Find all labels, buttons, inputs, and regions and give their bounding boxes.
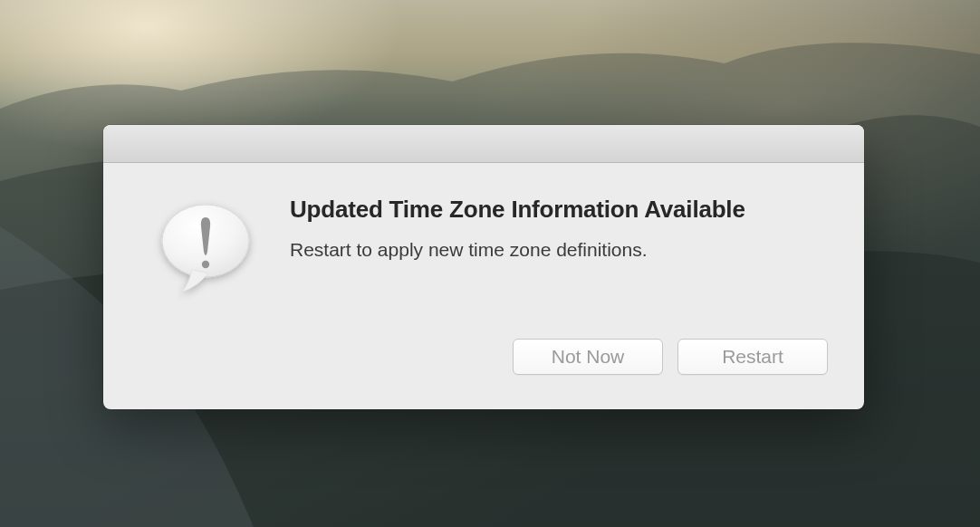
not-now-button[interactable]: Not Now	[513, 339, 663, 375]
dialog-title: Updated Time Zone Information Available	[290, 196, 830, 224]
svg-point-1	[202, 261, 209, 268]
dialog-button-row: Not Now Restart	[513, 339, 828, 375]
dialog-message: Restart to apply new time zone definitio…	[290, 236, 830, 263]
alert-dialog: Updated Time Zone Information Available …	[103, 125, 864, 409]
dialog-icon-column	[138, 188, 274, 388]
alert-icon	[151, 196, 260, 304]
restart-button[interactable]: Restart	[677, 339, 828, 375]
dialog-body: Updated Time Zone Information Available …	[103, 163, 864, 409]
dialog-titlebar	[103, 125, 864, 163]
